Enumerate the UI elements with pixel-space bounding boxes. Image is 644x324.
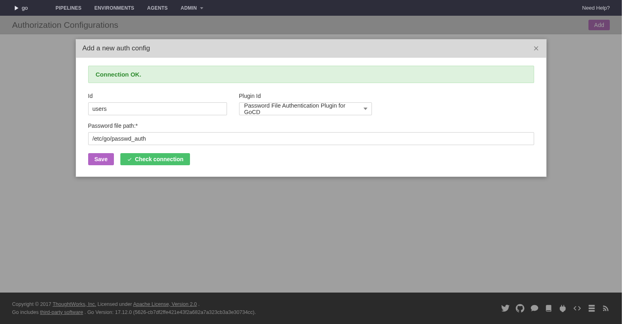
twitter-icon[interactable] [501,304,510,313]
nav-agents[interactable]: AGENTS [147,5,168,11]
id-field-group: Id [88,93,227,115]
server-icon[interactable] [587,304,596,313]
check-icon [127,156,132,162]
close-icon[interactable] [533,45,540,52]
check-connection-button[interactable]: Check connection [120,153,190,165]
nav-admin-label: ADMIN [181,5,197,11]
connection-ok-alert: Connection OK. [88,66,534,83]
save-button[interactable]: Save [88,153,114,165]
svg-rect-2 [589,307,595,309]
svg-rect-1 [589,305,595,307]
plugin-label: Plugin Id [239,93,372,99]
nav-items: PIPELINES ENVIRONMENTS AGENTS ADMIN [56,5,203,11]
id-label: Id [88,93,227,99]
modal-actions: Save Check connection [88,153,534,165]
footer: Copyright © 2017 ThoughtWorks, Inc. Lice… [0,293,622,324]
footer-icons [501,304,610,313]
path-field-group: Password file path:* [88,123,534,145]
path-label: Password file path:* [88,123,534,129]
footer-copyright: Copyright © 2017 [12,301,53,307]
apache-license-link[interactable]: Apache License, Version 2.0 [133,301,197,307]
nav-environments[interactable]: ENVIRONMENTS [94,5,134,11]
modal-body: Connection OK. Id Plugin Id Password Fil… [76,58,546,177]
gocd-logo[interactable]: go [12,4,35,12]
thoughtworks-link[interactable]: ThoughtWorks, Inc. [53,301,96,307]
api-icon[interactable] [573,304,582,313]
path-input[interactable] [88,132,534,145]
third-party-link[interactable]: third-party software [40,309,83,315]
check-connection-label: Check connection [135,156,184,162]
nav-pipelines[interactable]: PIPELINES [56,5,81,11]
svg-text:go: go [22,4,28,10]
id-input[interactable] [88,102,227,115]
plugin-select[interactable]: Password File Authentication Plugin for … [239,102,372,115]
need-help-link[interactable]: Need Help? [582,5,610,11]
nav-admin[interactable]: ADMIN [181,5,203,11]
rss-icon[interactable] [602,304,610,312]
chat-icon[interactable] [530,304,539,313]
modal-title: Add a new auth config [83,44,150,52]
footer-text: Copyright © 2017 ThoughtWorks, Inc. Lice… [12,300,256,316]
chevron-down-icon [200,7,203,9]
footer-includes: Go includes [12,309,40,315]
new-auth-config-modal: Add a new auth config Connection OK. Id … [76,39,547,177]
top-nav: go PIPELINES ENVIRONMENTS AGENTS ADMIN N… [0,0,622,16]
plugin-select-value: Password File Authentication Plugin for … [244,102,360,115]
book-icon[interactable] [545,304,553,312]
plugin-field-group: Plugin Id Password File Authentication P… [239,93,372,115]
plugin-icon[interactable] [558,304,567,313]
github-icon[interactable] [516,304,524,313]
footer-period1: . [198,301,200,307]
footer-version: . Go Version: 17.12.0 (5626-cb7df2ffe421… [85,309,256,315]
footer-licensed: Licensed under [97,301,133,307]
svg-rect-3 [589,310,595,312]
modal-header: Add a new auth config [76,39,546,58]
chevron-down-icon [363,108,367,110]
